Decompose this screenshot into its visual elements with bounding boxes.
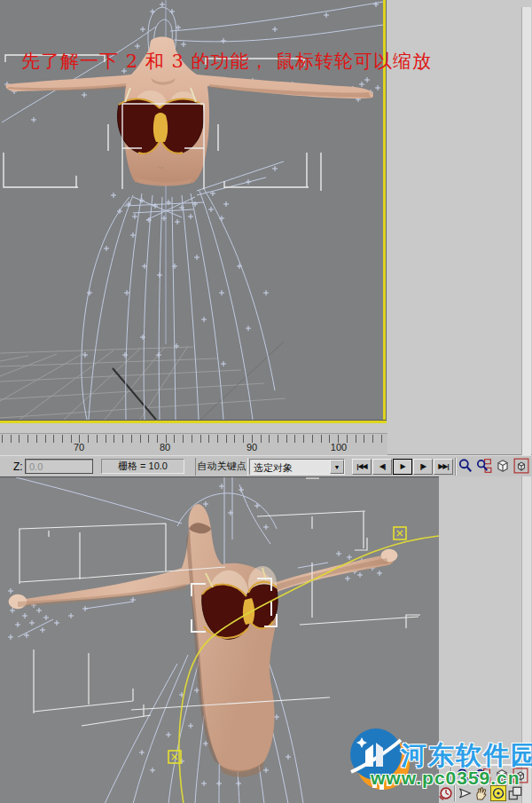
tutorial-annotation: 先了解一下 2 和 3 的功能， 鼠标转轮可以缩放 (21, 49, 432, 74)
z-coordinate-field[interactable] (25, 459, 93, 474)
character-model-three-quarter (9, 504, 398, 777)
ground-grid (0, 342, 286, 420)
bone-line (113, 368, 156, 420)
watermark: 河东软件园 www.pc0359.cn (346, 724, 532, 803)
zoom-icon[interactable] (458, 458, 473, 474)
ruler-label: 70 (66, 442, 92, 453)
auto-key-button[interactable]: 自动关键点 (195, 458, 248, 476)
ruler-label: 80 (152, 442, 178, 453)
previous-frame-button[interactable]: ◀| (372, 459, 392, 475)
track-bar[interactable] (0, 423, 387, 434)
zoom-extents-icon[interactable] (495, 458, 511, 474)
play-button[interactable]: ▶ (393, 459, 412, 475)
z-coordinate-label: Z: (13, 461, 23, 473)
go-to-end-button[interactable]: ▶▶| (434, 459, 453, 475)
selection-filter-dropdown[interactable]: 选定对象 ▼ (249, 459, 345, 475)
next-frame-button[interactable]: |▶ (413, 459, 433, 475)
status-bar: Z: 栅格 = 10.0 自动关键点 选定对象 ▼ |◀◀ ◀| ▶ |▶ ▶▶… (0, 455, 532, 476)
watermark-site-url: www.pc0359.cn (371, 768, 520, 789)
zoom-extents-all-icon[interactable] (513, 458, 529, 474)
selection-filter-value: 选定对象 (254, 461, 293, 475)
screenshot-root: 70 80 90 100 Z: 栅格 = 10.0 自动关键点 选定对象 ▼ |… (0, 0, 532, 803)
chevron-down-icon[interactable]: ▼ (330, 460, 344, 474)
ruler-label: 90 (239, 442, 265, 453)
ruler-label: 100 (325, 442, 352, 453)
time-ruler[interactable]: 70 80 90 100 (0, 423, 387, 455)
go-to-start-button[interactable]: |◀◀ (352, 459, 372, 475)
grid-readout: 栅格 = 10.0 (101, 459, 184, 474)
zoom-all-icon[interactable] (476, 458, 492, 474)
separator (455, 458, 457, 476)
panel-scrollbar[interactable] (521, 7, 531, 455)
